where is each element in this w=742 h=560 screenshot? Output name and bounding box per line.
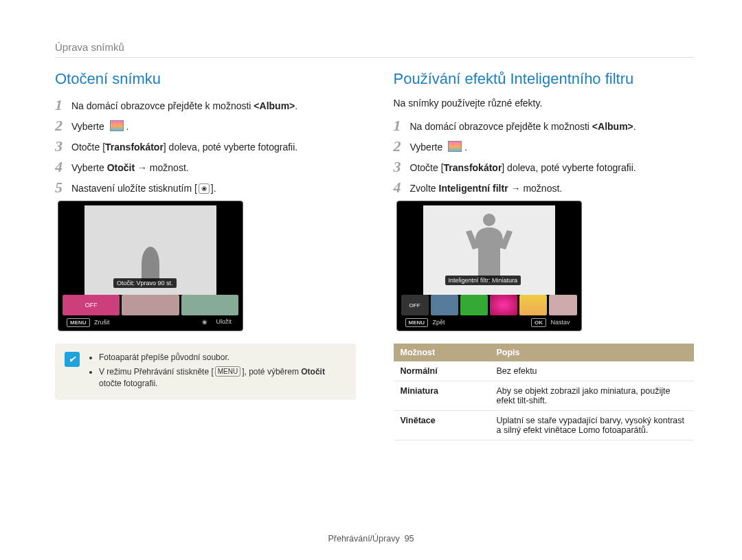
step-text: Zvolte Inteligentní filtr → možnost. xyxy=(410,180,563,194)
text: Vyberte xyxy=(410,142,443,153)
bold: Inteligentní filtr xyxy=(439,183,508,194)
table-row: Vinětace Uplatní se staře vypadající bar… xyxy=(394,411,695,440)
left-heading: Otočení snímku xyxy=(55,70,356,88)
right-step-1: 1 Na domácí obrazovce přejděte k možnost… xyxy=(394,118,695,133)
text: Vyberte xyxy=(71,121,104,132)
table-row: Normální Bez efektu xyxy=(394,361,695,381)
cam-setting-label: Inteligentní filtr: Miniatura xyxy=(445,276,521,285)
person-silhouette xyxy=(142,247,159,281)
opt-name: Miniatura xyxy=(394,381,490,411)
menu-key-icon: MENU xyxy=(215,366,240,377)
step-number: 1 xyxy=(394,118,410,133)
text: . xyxy=(633,121,636,132)
ok-key-icon: OK xyxy=(531,318,546,327)
cam-save-label: ❀ Uložit xyxy=(196,317,237,328)
opt-name: Vinětace xyxy=(394,411,490,440)
left-step-5: 5 Nastavení uložíte stisknutím [❀]. xyxy=(55,180,356,195)
step-number: 1 xyxy=(55,98,71,113)
breadcrumb: Úprava snímků xyxy=(55,41,694,58)
cam-cancel-label: MENU Zrušit xyxy=(64,317,115,328)
cam-back-label: MENU Zpět xyxy=(403,317,451,328)
step-text: Na domácí obrazovce přejděte k možnosti … xyxy=(71,98,297,112)
opt-desc: Bez efektu xyxy=(490,361,695,381)
footer-section: Přehrávání/Úpravy xyxy=(328,534,399,544)
th-desc: Popis xyxy=(490,344,695,361)
info-icon: ✔ xyxy=(65,352,80,367)
menu-key-icon: MENU xyxy=(67,318,90,327)
info-list: Fotoaparát přepíše původní soubor. V rež… xyxy=(88,352,346,392)
bold: <Album> xyxy=(254,100,295,111)
step-text: Nastavení uložíte stisknutím [❀]. xyxy=(71,180,216,194)
right-step-3: 3 Otočte [Transfokátor] doleva, poté vyb… xyxy=(394,159,695,175)
step-text: Otočte [Transfokátor] doleva, poté vyber… xyxy=(71,139,297,153)
step-number: 3 xyxy=(394,159,410,175)
bold: Otočit xyxy=(301,367,325,377)
left-step-2: 2 Vyberte . xyxy=(55,118,356,133)
right-step-4: 4 Zvolte Inteligentní filtr → možnost. xyxy=(394,180,695,195)
cam-thumbnail-strip: OFF xyxy=(401,295,577,315)
text: Na domácí obrazovce přejděte k možnosti xyxy=(71,100,254,111)
left-step-1: 1 Na domácí obrazovce přejděte k možnost… xyxy=(55,98,356,113)
right-heading: Používání efektů Inteligentního filtru xyxy=(394,70,695,88)
step-number: 4 xyxy=(394,180,410,195)
info-item-1: Fotoaparát přepíše původní soubor. xyxy=(99,352,346,363)
right-step-2: 2 Vyberte . xyxy=(394,139,695,154)
camera-screenshot-filter: Inteligentní filtr: Miniatura OFF MENU Z… xyxy=(396,201,582,331)
bold: Transfokátor xyxy=(444,162,502,173)
cam-setting-label: Otočit: Vpravo 90 st. xyxy=(113,278,177,288)
step-number: 3 xyxy=(55,139,71,154)
thumb-off: OFF xyxy=(401,295,429,315)
text: ] doleva, poté vyberte fotografii. xyxy=(164,142,297,153)
menu-key-icon: MENU xyxy=(405,318,429,327)
th-option: Možnost xyxy=(394,344,490,361)
text: Zvolte xyxy=(410,183,439,194)
text: → možnost. xyxy=(508,183,563,194)
macro-flower-icon: ❀ xyxy=(199,183,210,194)
cam-thumbnail-strip: OFF xyxy=(63,295,238,315)
text: . xyxy=(295,100,297,111)
text: Otočte [ xyxy=(71,142,105,153)
page-footer: Přehrávání/Úpravy 95 xyxy=(0,534,742,544)
text: ]. xyxy=(211,183,216,194)
cam-set-label: OK Nastav xyxy=(528,317,576,328)
info-note-box: ✔ Fotoaparát přepíše původní soubor. V r… xyxy=(55,344,356,400)
text: Otočte [ xyxy=(410,162,444,173)
person-silhouette xyxy=(464,214,514,282)
text: Na domácí obrazovce přejděte k možnosti xyxy=(410,121,592,132)
bold: Otočit xyxy=(107,162,135,173)
opt-desc: Aby se objekt zobrazil jako miniatura, p… xyxy=(490,381,695,411)
step-number: 4 xyxy=(55,159,71,175)
step-text: Vyberte . xyxy=(410,139,467,153)
intro-text: Na snímky používejte různé efekty. xyxy=(394,98,695,109)
step-number: 5 xyxy=(55,180,71,195)
bold: <Album> xyxy=(592,121,633,132)
edit-photo-icon xyxy=(448,141,462,152)
thumb-off: OFF xyxy=(63,295,120,315)
left-column: Otočení snímku 1 Na domácí obrazovce pře… xyxy=(55,70,356,440)
table-row: Miniatura Aby se objekt zobrazil jako mi… xyxy=(394,381,695,411)
step-number: 2 xyxy=(55,118,71,133)
info-item-2: V režimu Přehrávání stiskněte [MENU], po… xyxy=(99,366,346,390)
right-column: Používání efektů Inteligentního filtru N… xyxy=(394,70,695,440)
text: → možnost. xyxy=(135,162,189,173)
step-text: Na domácí obrazovce přejděte k možnosti … xyxy=(410,118,636,133)
bold: Transfokátor xyxy=(105,142,164,153)
options-table: Možnost Popis Normální Bez efektu Miniat… xyxy=(394,344,695,440)
edit-photo-icon xyxy=(110,120,124,131)
left-step-3: 3 Otočte [Transfokátor] doleva, poté vyb… xyxy=(55,139,356,154)
step-text: Vyberte . xyxy=(71,118,128,133)
page-number: 95 xyxy=(405,534,414,544)
step-number: 2 xyxy=(394,139,410,154)
opt-name: Normální xyxy=(394,361,490,381)
text: ] doleva, poté vyberte fotografii. xyxy=(502,162,636,173)
opt-desc: Uplatní se staře vypadající barvy, vysok… xyxy=(490,411,695,440)
step-text: Vyberte Otočit → možnost. xyxy=(71,159,189,174)
step-text: Otočte [Transfokátor] doleva, poté vyber… xyxy=(410,159,636,174)
text: Nastavení uložíte stisknutím [ xyxy=(71,183,197,194)
left-step-4: 4 Vyberte Otočit → možnost. xyxy=(55,159,356,175)
text: Vyberte xyxy=(71,162,107,173)
camera-screenshot-rotate: Otočit: Vpravo 90 st. OFF MENU Zrušit ❀ … xyxy=(58,201,243,331)
